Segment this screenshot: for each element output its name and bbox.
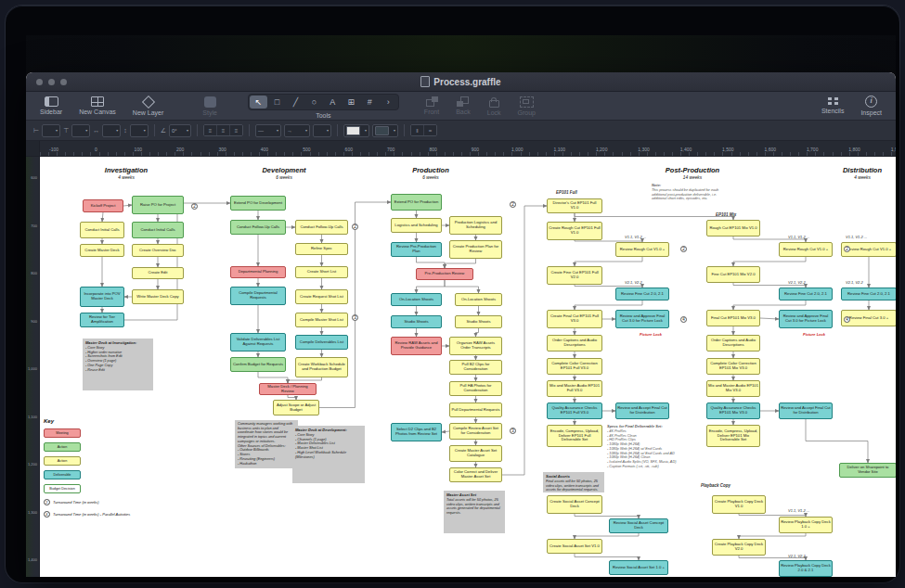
flow-node-comprev[interactable]: Compile Review Asset Set for Considerati…: [449, 423, 502, 440]
minimize-button[interactable]: [48, 79, 55, 85]
rotation-field[interactable]: 0°▾: [169, 124, 191, 137]
italic-button[interactable]: =: [424, 125, 436, 135]
flow-node-appfinalmix[interactable]: Review and Approve Final Cut 3.0 for Pic…: [779, 310, 833, 328]
flow-node-pbrev2[interactable]: Review Playback Copy Deck 2.0 & 2.1: [779, 560, 833, 577]
flow-node-finefull[interactable]: Create Fine Cut EP101 Full V2.0: [547, 266, 602, 285]
toolbar-stencils-button[interactable]: Stencils: [813, 92, 853, 120]
flow-node-raisepo[interactable]: Raise PO for Project: [132, 196, 184, 214]
flow-node-masterdeck[interactable]: Create Master Deck: [80, 244, 124, 257]
flow-node-extpodev[interactable]: Extend PO for Development: [230, 196, 286, 211]
toolbar-style-button[interactable]: Style: [194, 92, 226, 120]
flow-node-revfinemix[interactable]: Review Fine Cut 2.0, 2.1: [779, 288, 833, 300]
flow-node-logistics[interactable]: Logistics and Scheduling: [391, 218, 442, 233]
flow-node-select[interactable]: Select D2 Clips and B2 Photos from Revie…: [391, 423, 442, 441]
toolbar-front-button[interactable]: Front: [416, 92, 447, 120]
flow-node-refine[interactable]: Refine Spec: [295, 243, 348, 255]
flow-node-pulldept[interactable]: Pull Departmental Requests: [449, 403, 502, 417]
flow-node-copy[interactable]: Write Master Deck Copy: [132, 289, 184, 304]
toolbar-back-button[interactable]: Back: [447, 92, 479, 120]
flow-node-deckreview[interactable]: Master Deck / Planning Review: [259, 383, 317, 395]
flow-node-fu2[interactable]: Conduct Follow-Up Calls: [295, 220, 348, 235]
flow-node-deptplan[interactable]: Departmental Planning: [230, 266, 286, 278]
flow-node-colormix[interactable]: Complete Color Correction EP101 Mix V3.0: [706, 358, 760, 375]
stroke-style-dropdown[interactable]: —▾: [255, 124, 281, 137]
flow-node-revpreprod[interactable]: Review Pre-Production Plan: [391, 242, 442, 257]
flow-node-kickoff[interactable]: Kickoff Project: [83, 199, 123, 212]
flow-node-roughfull[interactable]: Create Rough Cut EP101 Full V1.0: [547, 222, 602, 240]
width-stepper[interactable]: ▾: [102, 124, 121, 137]
flow-node-revraw[interactable]: Review RAW Assets and Provide Guidance: [391, 337, 442, 355]
flow-node-orgraw[interactable]: Organize RAW Assets Order Transcripts: [449, 337, 502, 355]
grid-tool-button[interactable]: #: [361, 96, 379, 109]
flow-node-pbdeck2[interactable]: Create Playback Copy Deck V2.0: [712, 539, 766, 556]
flow-node-fu1[interactable]: Conduct Follow-Up Calls: [230, 220, 286, 235]
flow-node-workback[interactable]: Create Workback Schedule and Production …: [295, 357, 348, 377]
flow-node-sharepoint[interactable]: Deliver on Sharepoint to Vendor Site: [839, 463, 896, 478]
flow-node-ppreview[interactable]: Pre-Production Review: [416, 268, 473, 280]
close-button[interactable]: [36, 79, 43, 85]
flow-node-studio1[interactable]: Studio Shoots: [391, 315, 442, 328]
text-tool-button[interactable]: A: [324, 96, 342, 109]
flow-node-overview[interactable]: Create Overview Doc: [132, 244, 184, 257]
flow-node-encodemix[interactable]: Encode, Compress, Upload, Deliver EP101 …: [706, 425, 760, 447]
flow-node-pullha[interactable]: Pull HA Photos for Consideration: [449, 381, 502, 396]
flow-node-audiomix[interactable]: Mix and Master Audio EP101 Mix V3.0: [706, 380, 760, 397]
canvas[interactable]: KeyMeetingActionActionDeliverableBudget …: [40, 157, 896, 577]
flow-node-onloc1[interactable]: On-Location Shoots: [391, 293, 442, 306]
flow-node-studio2[interactable]: Studio Shoots: [455, 315, 502, 328]
align-right-button[interactable]: ≡: [230, 125, 242, 135]
artboard-tool-button[interactable]: ⊞: [343, 96, 360, 109]
flow-node-roughmix[interactable]: Rough Cut EP101 Mix V1.0: [706, 220, 760, 236]
flow-node-qamix[interactable]: Quality Assurance Checks EP101 Mix V3.0: [706, 403, 760, 419]
flow-node-revfinefull[interactable]: Review Fine Cut 2.0, 2.1: [615, 288, 669, 300]
shape-tool-button[interactable]: □: [268, 96, 286, 109]
flow-node-accdistfull[interactable]: Review and Accept Final Cut for Distribu…: [615, 403, 669, 419]
more-tools-button[interactable]: ›: [380, 96, 397, 109]
flow-node-socconcept[interactable]: Create Social Asset Concept Deck: [547, 495, 602, 514]
flow-node-appfinalfull[interactable]: Review and Approve Final Cut 3.0 for Pic…: [615, 310, 669, 328]
window-titlebar[interactable]: Process.graffle: [26, 72, 896, 92]
ruler-v[interactable]: 6007008009001,0001,1001,2001,3001,400: [26, 157, 40, 577]
zoom-button[interactable]: [60, 79, 67, 85]
line-tool-button[interactable]: ╱: [287, 96, 304, 109]
stroke-width-dropdown[interactable]: ▾: [313, 124, 331, 137]
x-position-stepper[interactable]: ▾: [42, 124, 60, 137]
flow-node-socrevset[interactable]: Review Social Asset Set 1.0 +: [609, 560, 668, 575]
toolbar-new-canvas-button[interactable]: New Canvas: [71, 92, 124, 120]
flow-node-compdeliv[interactable]: Compile Deliverables List: [295, 335, 348, 350]
align-center-button[interactable]: ≡: [217, 125, 230, 135]
flow-node-revroughfull[interactable]: Review Rough Cut V1.0 +: [615, 242, 669, 257]
bold-button[interactable]: ‖: [411, 125, 424, 135]
arrowhead-dropdown[interactable]: →▾: [284, 124, 310, 137]
toolbar-new-layer-button[interactable]: New Layer: [124, 92, 172, 120]
flow-node-dircut[interactable]: Director's Cut EP101 Full V1.0: [547, 198, 602, 213]
flow-node-captmix[interactable]: Order Captions and Audio Descriptions: [706, 335, 760, 352]
selection-tool-button[interactable]: ↖: [250, 96, 267, 109]
flow-node-finalfull[interactable]: Create Final Cut EP101 Full V3.0: [547, 310, 602, 328]
flow-node-accdistmix[interactable]: Review and Accept Final Cut for Distribu…: [779, 403, 833, 419]
flow-node-pullb2[interactable]: Pull B2 Clips for Consideration: [449, 360, 502, 375]
flow-node-adjust[interactable]: Adjust Scope or Adjust Budget: [273, 400, 319, 415]
flow-node-tier[interactable]: Review for Tier Amplification: [80, 313, 124, 327]
flow-node-mastercat[interactable]: Create Master Asset Set Catalogue: [449, 445, 502, 462]
pen-tool-button[interactable]: ○: [305, 96, 323, 109]
flow-node-prodplan[interactable]: Create Production Plan for Review: [449, 240, 502, 259]
flow-node-pbrev1[interactable]: Review Playback Copy Deck 1.0 +: [779, 517, 833, 533]
flow-node-finemix[interactable]: Fine Cut EP101 Mix V2.0: [706, 266, 760, 283]
flow-node-audiofull[interactable]: Mix and Master Audio EP101 Full V3.0: [547, 380, 602, 397]
flow-node-onloc2[interactable]: On-Location Shoots: [455, 293, 502, 306]
flow-node-encodefull[interactable]: Encode, Compress, Upload, Deliver EP101 …: [547, 425, 602, 447]
flow-node-colorcorrect[interactable]: Color Correct and Deliver Master Asset S…: [449, 467, 502, 482]
flow-node-socrevconcept[interactable]: Review Social Asset Concept Deck: [609, 518, 668, 533]
toolbar-inspect-button[interactable]: Inspect: [852, 92, 890, 120]
flow-node-edit[interactable]: Create Edit: [132, 267, 184, 279]
flow-node-reqshot[interactable]: Create Request Shot List: [295, 289, 348, 304]
fill-color-well[interactable]: ▾: [343, 124, 369, 137]
flow-node-captfull[interactable]: Order Captions and Audio Descriptions: [547, 335, 602, 352]
flow-node-colorfull[interactable]: Complete Color Correction EP101 Full V3.…: [547, 358, 602, 375]
y-position-stepper[interactable]: ▾: [71, 124, 90, 137]
ruler-h[interactable]: -10001002003004005006007008009001,0001,1…: [40, 141, 896, 156]
flow-node-shortlist[interactable]: Create Short List: [295, 266, 348, 278]
flow-node-prodlog[interactable]: Production Logistics and Scheduling: [449, 216, 502, 235]
flow-node-distfine[interactable]: Review Fine Cut 2.0, 2.1: [841, 288, 896, 300]
